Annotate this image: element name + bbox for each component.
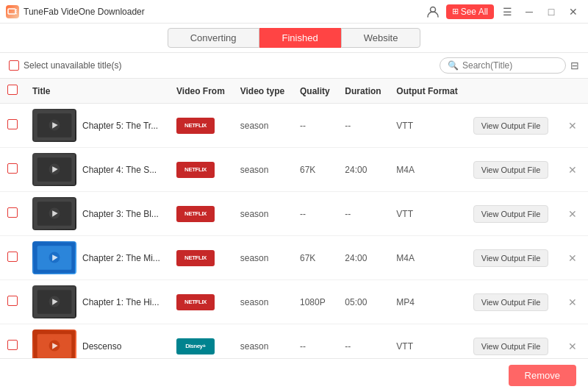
row-duration: 05:00 xyxy=(345,297,367,307)
row-output-format-cell: VTT xyxy=(389,192,465,236)
title-bar: TuneFab VideOne Downloader ⊞ See All ☰ ─… xyxy=(0,0,588,24)
row-delete-cell: ✕ xyxy=(557,236,588,280)
view-output-button[interactable]: View Output File xyxy=(473,117,549,135)
row-platform-cell: NETFLIX xyxy=(169,148,233,192)
title-bar-left: TuneFab VideOne Downloader xyxy=(6,5,145,18)
delete-row-button[interactable]: ✕ xyxy=(564,118,581,133)
row-output-format-cell: M4A xyxy=(389,236,465,280)
minimize-button[interactable]: ─ xyxy=(520,3,538,21)
title-bar-right: ⊞ See All ☰ ─ □ ✕ xyxy=(424,3,582,21)
row-title: Chapter 4: The S... xyxy=(82,165,157,175)
hamburger-menu-button[interactable]: ☰ xyxy=(498,3,516,21)
delete-row-button[interactable]: ✕ xyxy=(564,163,581,177)
remove-button[interactable]: Remove xyxy=(509,365,576,386)
header-video-from: Video From xyxy=(169,79,233,104)
row-checkbox[interactable] xyxy=(7,119,18,129)
row-output-format: M4A xyxy=(396,165,415,175)
row-checkbox[interactable] xyxy=(7,207,18,218)
row-output-format: VTT xyxy=(396,341,413,352)
row-video-type: season xyxy=(240,253,269,263)
row-platform-cell: NETFLIX xyxy=(169,192,233,236)
table-body: Chapter 5: The Tr... NETFLIX season -- -… xyxy=(0,104,588,359)
row-duration-cell: 05:00 xyxy=(337,280,389,324)
view-output-button[interactable]: View Output File xyxy=(473,249,549,267)
row-quality-cell: 67K xyxy=(293,236,337,280)
row-action-cell: View Output File xyxy=(466,148,557,192)
delete-row-button[interactable]: ✕ xyxy=(564,339,581,354)
row-checkbox-cell xyxy=(0,104,25,148)
row-title: Chapter 2: The Mi... xyxy=(82,253,160,263)
row-quality: -- xyxy=(300,121,306,131)
select-unavailable-label: Select unavailable title(s) xyxy=(24,60,121,71)
downloads-table: Title Video From Video type Quality Dura… xyxy=(0,79,588,358)
row-checkbox[interactable] xyxy=(7,252,18,262)
header-checkbox xyxy=(0,79,25,104)
header-output-format: Output Format xyxy=(389,79,465,104)
row-checkbox-cell xyxy=(0,236,25,280)
row-platform-cell: NETFLIX xyxy=(169,280,233,324)
tab-converting[interactable]: Converting xyxy=(168,28,259,48)
row-platform-cell: NETFLIX xyxy=(169,236,233,280)
tab-finished[interactable]: Finished xyxy=(259,28,341,48)
row-checkbox-cell xyxy=(0,192,25,236)
platform-badge: Disney+ xyxy=(176,338,215,354)
row-delete-cell: ✕ xyxy=(557,192,588,236)
row-duration-cell: 24:00 xyxy=(337,236,389,280)
row-quality: 67K xyxy=(300,253,315,263)
user-icon-button[interactable] xyxy=(424,3,442,21)
delete-row-button[interactable]: ✕ xyxy=(564,295,581,310)
row-checkbox-cell xyxy=(0,148,25,192)
search-area: 🔍 ⊟ xyxy=(440,57,579,74)
tab-website[interactable]: Website xyxy=(341,28,421,48)
row-quality: 67K xyxy=(300,165,315,175)
search-icon: 🔍 xyxy=(448,60,459,71)
row-platform-cell: Disney+ xyxy=(169,324,233,359)
view-output-button[interactable]: View Output File xyxy=(473,205,549,223)
search-input[interactable] xyxy=(462,60,558,71)
delete-row-button[interactable]: ✕ xyxy=(564,207,581,221)
row-video-type: season xyxy=(240,341,269,352)
close-button[interactable]: ✕ xyxy=(564,3,582,21)
row-video-type: season xyxy=(240,165,269,175)
header-delete xyxy=(557,79,588,104)
row-quality-cell: -- xyxy=(293,192,337,236)
maximize-button[interactable]: □ xyxy=(542,3,560,21)
footer: Remove xyxy=(0,358,588,392)
view-output-button[interactable]: View Output File xyxy=(473,338,549,355)
table-header-row: Title Video From Video type Quality Dura… xyxy=(0,79,588,104)
row-video-type-cell: season xyxy=(233,192,293,236)
see-all-button[interactable]: ⊞ See All xyxy=(446,4,494,19)
row-title-cell: Chapter 1: The Hi... xyxy=(25,280,169,324)
thumbnail xyxy=(32,153,76,186)
row-output-format: VTT xyxy=(396,209,413,219)
thumbnail xyxy=(32,197,76,230)
row-delete-cell: ✕ xyxy=(557,148,588,192)
row-duration: 24:00 xyxy=(345,253,367,263)
filter-icon[interactable]: ⊟ xyxy=(570,60,579,71)
platform-badge: NETFLIX xyxy=(176,118,215,134)
row-duration: -- xyxy=(345,209,351,219)
row-duration: -- xyxy=(345,121,351,131)
header-quality: Quality xyxy=(293,79,337,104)
delete-row-button[interactable]: ✕ xyxy=(564,251,581,266)
platform-badge: NETFLIX xyxy=(176,162,215,178)
row-checkbox[interactable] xyxy=(7,340,18,350)
select-unavailable-checkbox[interactable] xyxy=(9,60,19,71)
row-duration-cell: -- xyxy=(337,324,389,359)
row-title-cell: Chapter 4: The S... xyxy=(25,148,169,192)
row-checkbox-cell xyxy=(0,324,25,359)
header-title: Title xyxy=(25,79,169,104)
header-select-all-checkbox[interactable] xyxy=(7,85,18,95)
view-output-button[interactable]: View Output File xyxy=(473,161,549,179)
toolbar: Select unavailable title(s) 🔍 ⊟ xyxy=(0,53,588,79)
row-checkbox[interactable] xyxy=(7,296,18,306)
row-output-format-cell: VTT xyxy=(389,324,465,359)
row-checkbox[interactable] xyxy=(7,163,18,174)
row-duration-cell: -- xyxy=(337,192,389,236)
row-checkbox-cell xyxy=(0,280,25,324)
view-output-button[interactable]: View Output File xyxy=(473,293,549,311)
row-quality: -- xyxy=(300,209,306,219)
row-title-cell: Descenso xyxy=(25,324,169,359)
table-row: Descenso Disney+ season -- -- VTT View O… xyxy=(0,324,588,359)
row-action-cell: View Output File xyxy=(466,236,557,280)
